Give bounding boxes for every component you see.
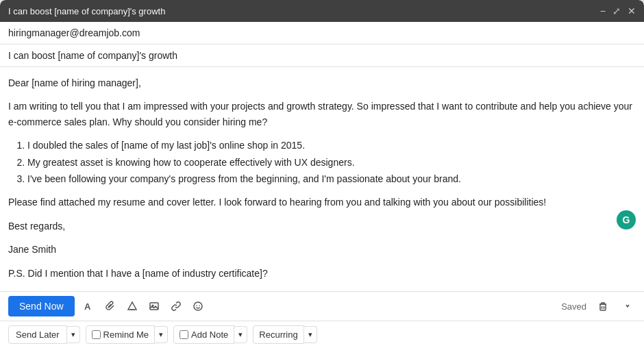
salutation: Dear [name of hiring manager],: [8, 75, 636, 90]
closing-paragraph: Please find attached my resume and cover…: [8, 195, 636, 210]
email-body: Dear [name of hiring manager], I am writ…: [8, 75, 636, 281]
regards: Best regards,: [8, 219, 636, 234]
recurring-label[interactable]: Recurring: [253, 325, 304, 344]
subject-field-row: [0, 45, 644, 67]
add-note-checkbox[interactable]: [179, 330, 188, 339]
compose-window: I can boost [name of company]'s growth −…: [0, 0, 644, 348]
saved-status: Saved: [561, 301, 586, 312]
svg-rect-3: [150, 303, 158, 310]
svg-point-6: [196, 305, 197, 306]
list-item: I doubled the sales of [name of my last …: [27, 138, 636, 153]
resize-icon[interactable]: ⤢: [612, 5, 621, 16]
svg-text:A: A: [84, 301, 91, 312]
drive-icon[interactable]: [124, 298, 140, 314]
ps-line: P.S. Did I mention that I have a [name o…: [8, 266, 636, 281]
body-wrapper: Dear [name of hiring manager], I am writ…: [0, 67, 644, 291]
window-controls: − ⤢ ✕: [600, 5, 636, 16]
window-title: I can boost [name of company]'s growth: [8, 6, 165, 16]
send-later-dropdown[interactable]: ▾: [67, 326, 80, 343]
minimize-icon[interactable]: −: [600, 5, 606, 16]
emoji-icon[interactable]: [190, 298, 206, 314]
grammarly-button[interactable]: G: [617, 210, 636, 229]
send-later-group: Send Later ▾: [8, 325, 80, 344]
to-input[interactable]: [8, 27, 636, 38]
intro-paragraph: I am writing to tell you that I am impre…: [8, 99, 636, 129]
insert-photo-icon[interactable]: [146, 298, 162, 314]
title-bar: I can boost [name of company]'s growth −…: [0, 0, 644, 22]
list-item: My greatest asset is knowing how to coop…: [27, 155, 636, 170]
insert-link-icon[interactable]: [168, 298, 184, 314]
add-note-label[interactable]: Add Note: [173, 325, 234, 344]
list-item: I've been following your company's progr…: [27, 171, 636, 186]
remind-group: Remind Me ▾: [86, 325, 168, 344]
send-later-button[interactable]: Send Later: [8, 325, 67, 344]
body-area[interactable]: Dear [name of hiring manager], I am writ…: [0, 67, 644, 291]
recurring-group: Recurring ▾: [253, 325, 317, 344]
add-note-group: Add Note ▾: [173, 325, 247, 344]
points-list: I doubled the sales of [name of my last …: [27, 138, 636, 186]
svg-point-7: [199, 305, 200, 306]
remind-me-label[interactable]: Remind Me: [86, 325, 155, 344]
bottom-toolbar: Send Later ▾ Remind Me ▾ Add Note ▾ Recu…: [0, 321, 644, 348]
remind-me-dropdown[interactable]: ▾: [155, 326, 168, 343]
subject-input[interactable]: [8, 50, 636, 61]
delete-draft-icon[interactable]: [595, 298, 611, 314]
attach-file-icon[interactable]: [102, 298, 119, 314]
format-toolbar: Send Now A: [0, 291, 644, 321]
to-field-row: [0, 22, 644, 45]
remind-me-checkbox[interactable]: [92, 330, 101, 339]
sender-name: Jane Smith: [8, 242, 636, 257]
svg-rect-8: [600, 304, 606, 310]
more-options-icon[interactable]: [619, 298, 636, 314]
svg-point-5: [194, 302, 202, 310]
format-text-icon[interactable]: A: [80, 298, 97, 314]
close-icon[interactable]: ✕: [628, 5, 636, 16]
recurring-dropdown[interactable]: ▾: [304, 326, 317, 343]
svg-marker-1: [128, 302, 136, 310]
add-note-dropdown[interactable]: ▾: [234, 326, 247, 343]
send-now-button[interactable]: Send Now: [8, 296, 75, 316]
